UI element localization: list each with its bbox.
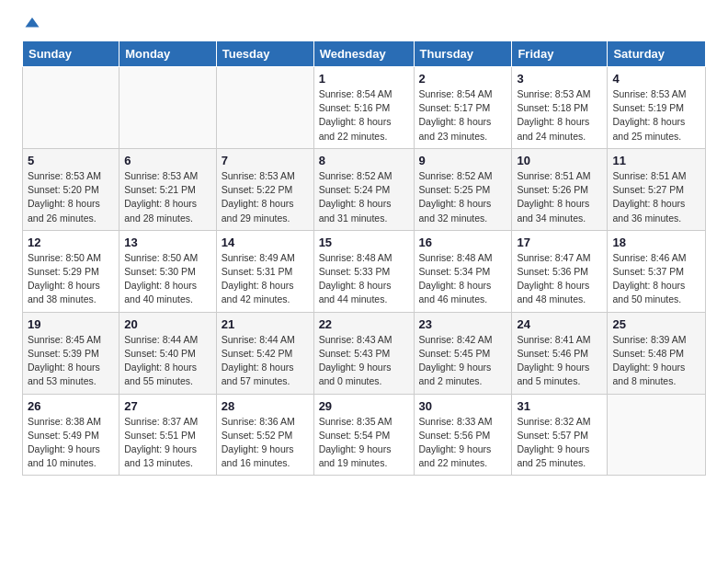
cell-date: 3 bbox=[517, 72, 602, 86]
logo-icon bbox=[24, 15, 40, 31]
calendar-header-friday: Friday bbox=[512, 41, 608, 67]
cell-info: Sunrise: 8:36 AM Sunset: 5:52 PM Dayligh… bbox=[222, 415, 309, 471]
cell-date: 14 bbox=[222, 236, 309, 249]
cell-info: Sunrise: 8:44 AM Sunset: 5:40 PM Dayligh… bbox=[124, 333, 211, 389]
cell-info: Sunrise: 8:43 AM Sunset: 5:43 PM Dayligh… bbox=[319, 333, 409, 389]
cell-info: Sunrise: 8:52 AM Sunset: 5:24 PM Dayligh… bbox=[319, 169, 409, 225]
cell-date: 28 bbox=[222, 399, 309, 413]
cell-date: 4 bbox=[612, 72, 700, 86]
calendar-header-tuesday: Tuesday bbox=[216, 41, 313, 67]
cell-info: Sunrise: 8:53 AM Sunset: 5:22 PM Dayligh… bbox=[222, 169, 309, 225]
cell-date: 7 bbox=[222, 154, 309, 167]
calendar-cell: 23Sunrise: 8:42 AM Sunset: 5:45 PM Dayli… bbox=[414, 312, 512, 394]
cell-date: 1 bbox=[319, 72, 409, 86]
calendar-cell: 12Sunrise: 8:50 AM Sunset: 5:29 PM Dayli… bbox=[23, 230, 119, 312]
cell-info: Sunrise: 8:41 AM Sunset: 5:46 PM Dayligh… bbox=[517, 333, 602, 389]
cell-date: 30 bbox=[419, 399, 507, 413]
cell-info: Sunrise: 8:49 AM Sunset: 5:31 PM Dayligh… bbox=[222, 251, 309, 307]
calendar-table: SundayMondayTuesdayWednesdayThursdayFrid… bbox=[22, 40, 706, 476]
calendar-cell: 10Sunrise: 8:51 AM Sunset: 5:26 PM Dayli… bbox=[512, 148, 608, 230]
header bbox=[22, 18, 706, 31]
cell-date: 27 bbox=[124, 399, 211, 413]
cell-info: Sunrise: 8:44 AM Sunset: 5:42 PM Dayligh… bbox=[222, 333, 309, 389]
cell-info: Sunrise: 8:53 AM Sunset: 5:19 PM Dayligh… bbox=[612, 87, 700, 144]
cell-info: Sunrise: 8:45 AM Sunset: 5:39 PM Dayligh… bbox=[28, 333, 114, 389]
logo bbox=[22, 18, 40, 31]
calendar-header-monday: Monday bbox=[119, 41, 217, 67]
calendar-cell: 15Sunrise: 8:48 AM Sunset: 5:33 PM Dayli… bbox=[313, 230, 414, 312]
calendar-header-thursday: Thursday bbox=[414, 41, 512, 67]
calendar-cell: 13Sunrise: 8:50 AM Sunset: 5:30 PM Dayli… bbox=[119, 230, 217, 312]
cell-info: Sunrise: 8:42 AM Sunset: 5:45 PM Dayligh… bbox=[419, 333, 507, 389]
cell-date: 12 bbox=[28, 236, 114, 249]
cell-info: Sunrise: 8:48 AM Sunset: 5:33 PM Dayligh… bbox=[319, 251, 409, 307]
cell-date: 6 bbox=[124, 154, 211, 167]
cell-date: 25 bbox=[612, 317, 700, 331]
logo-text bbox=[22, 18, 40, 31]
cell-date: 11 bbox=[612, 154, 700, 167]
cell-date: 31 bbox=[517, 399, 602, 413]
cell-date: 19 bbox=[28, 317, 114, 331]
calendar-cell: 20Sunrise: 8:44 AM Sunset: 5:40 PM Dayli… bbox=[119, 312, 217, 394]
cell-info: Sunrise: 8:54 AM Sunset: 5:16 PM Dayligh… bbox=[319, 87, 409, 144]
cell-date: 22 bbox=[319, 317, 409, 331]
cell-info: Sunrise: 8:33 AM Sunset: 5:56 PM Dayligh… bbox=[419, 415, 507, 471]
svg-marker-0 bbox=[26, 17, 40, 28]
cell-info: Sunrise: 8:50 AM Sunset: 5:29 PM Dayligh… bbox=[28, 251, 114, 307]
calendar-header-wednesday: Wednesday bbox=[313, 41, 414, 67]
calendar-cell: 26Sunrise: 8:38 AM Sunset: 5:49 PM Dayli… bbox=[23, 394, 119, 476]
calendar-cell: 3Sunrise: 8:53 AM Sunset: 5:18 PM Daylig… bbox=[512, 67, 608, 149]
calendar-cell: 28Sunrise: 8:36 AM Sunset: 5:52 PM Dayli… bbox=[216, 394, 313, 476]
cell-date: 9 bbox=[419, 154, 507, 167]
calendar-cell: 27Sunrise: 8:37 AM Sunset: 5:51 PM Dayli… bbox=[119, 394, 217, 476]
cell-info: Sunrise: 8:53 AM Sunset: 5:18 PM Dayligh… bbox=[517, 87, 602, 144]
cell-date: 29 bbox=[319, 399, 409, 413]
calendar-week-4: 19Sunrise: 8:45 AM Sunset: 5:39 PM Dayli… bbox=[23, 312, 706, 394]
cell-date: 24 bbox=[517, 317, 602, 331]
calendar-cell: 17Sunrise: 8:47 AM Sunset: 5:36 PM Dayli… bbox=[512, 230, 608, 312]
cell-info: Sunrise: 8:53 AM Sunset: 5:21 PM Dayligh… bbox=[124, 169, 211, 225]
cell-info: Sunrise: 8:53 AM Sunset: 5:20 PM Dayligh… bbox=[28, 169, 114, 225]
cell-info: Sunrise: 8:46 AM Sunset: 5:37 PM Dayligh… bbox=[612, 251, 700, 307]
cell-info: Sunrise: 8:48 AM Sunset: 5:34 PM Dayligh… bbox=[419, 251, 507, 307]
cell-date: 17 bbox=[517, 236, 602, 249]
cell-info: Sunrise: 8:37 AM Sunset: 5:51 PM Dayligh… bbox=[124, 415, 211, 471]
cell-date: 2 bbox=[419, 72, 507, 86]
calendar-cell: 19Sunrise: 8:45 AM Sunset: 5:39 PM Dayli… bbox=[23, 312, 119, 394]
calendar-week-2: 5Sunrise: 8:53 AM Sunset: 5:20 PM Daylig… bbox=[23, 148, 706, 230]
calendar-cell: 22Sunrise: 8:43 AM Sunset: 5:43 PM Dayli… bbox=[313, 312, 414, 394]
calendar-cell: 2Sunrise: 8:54 AM Sunset: 5:17 PM Daylig… bbox=[414, 67, 512, 149]
cell-date: 23 bbox=[419, 317, 507, 331]
cell-info: Sunrise: 8:54 AM Sunset: 5:17 PM Dayligh… bbox=[419, 87, 507, 144]
calendar-cell: 5Sunrise: 8:53 AM Sunset: 5:20 PM Daylig… bbox=[23, 148, 119, 230]
calendar-cell: 6Sunrise: 8:53 AM Sunset: 5:21 PM Daylig… bbox=[119, 148, 217, 230]
calendar-cell: 21Sunrise: 8:44 AM Sunset: 5:42 PM Dayli… bbox=[216, 312, 313, 394]
calendar-week-1: 1Sunrise: 8:54 AM Sunset: 5:16 PM Daylig… bbox=[23, 67, 706, 149]
cell-info: Sunrise: 8:32 AM Sunset: 5:57 PM Dayligh… bbox=[517, 415, 602, 471]
calendar-cell bbox=[23, 67, 119, 149]
calendar-cell bbox=[119, 67, 217, 149]
calendar-cell bbox=[216, 67, 313, 149]
cell-date: 13 bbox=[124, 236, 211, 249]
calendar-week-3: 12Sunrise: 8:50 AM Sunset: 5:29 PM Dayli… bbox=[23, 230, 706, 312]
cell-info: Sunrise: 8:38 AM Sunset: 5:49 PM Dayligh… bbox=[28, 415, 114, 471]
calendar-cell: 30Sunrise: 8:33 AM Sunset: 5:56 PM Dayli… bbox=[414, 394, 512, 476]
calendar-cell bbox=[608, 394, 706, 476]
cell-date: 16 bbox=[419, 236, 507, 249]
cell-date: 5 bbox=[28, 154, 114, 167]
calendar-cell: 25Sunrise: 8:39 AM Sunset: 5:48 PM Dayli… bbox=[608, 312, 706, 394]
cell-info: Sunrise: 8:39 AM Sunset: 5:48 PM Dayligh… bbox=[612, 333, 700, 389]
calendar-cell: 4Sunrise: 8:53 AM Sunset: 5:19 PM Daylig… bbox=[608, 67, 706, 149]
calendar-cell: 8Sunrise: 8:52 AM Sunset: 5:24 PM Daylig… bbox=[313, 148, 414, 230]
cell-info: Sunrise: 8:51 AM Sunset: 5:27 PM Dayligh… bbox=[612, 169, 700, 225]
calendar-header-sunday: Sunday bbox=[23, 41, 119, 67]
cell-date: 15 bbox=[319, 236, 409, 249]
calendar-cell: 18Sunrise: 8:46 AM Sunset: 5:37 PM Dayli… bbox=[608, 230, 706, 312]
cell-info: Sunrise: 8:51 AM Sunset: 5:26 PM Dayligh… bbox=[517, 169, 602, 225]
cell-info: Sunrise: 8:50 AM Sunset: 5:30 PM Dayligh… bbox=[124, 251, 211, 307]
cell-date: 26 bbox=[28, 399, 114, 413]
calendar-cell: 16Sunrise: 8:48 AM Sunset: 5:34 PM Dayli… bbox=[414, 230, 512, 312]
cell-info: Sunrise: 8:52 AM Sunset: 5:25 PM Dayligh… bbox=[419, 169, 507, 225]
page: SundayMondayTuesdayWednesdayThursdayFrid… bbox=[0, 0, 728, 494]
calendar-week-5: 26Sunrise: 8:38 AM Sunset: 5:49 PM Dayli… bbox=[23, 394, 706, 476]
